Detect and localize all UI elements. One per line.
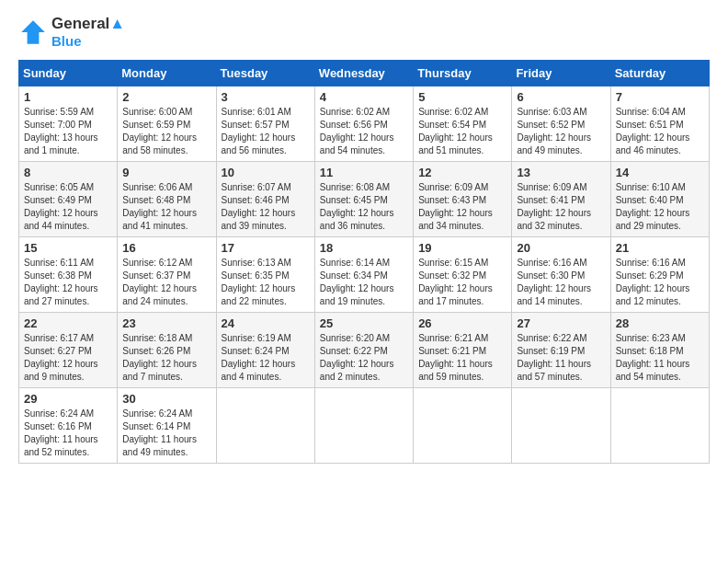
day-info: Sunrise: 6:10 AM Sunset: 6:40 PM Dayligh… <box>616 181 704 233</box>
day-info: Sunrise: 5:59 AM Sunset: 7:00 PM Dayligh… <box>24 106 112 157</box>
day-info: Sunrise: 6:21 AM Sunset: 6:21 PM Dayligh… <box>418 332 506 384</box>
calendar-body: 1Sunrise: 5:59 AM Sunset: 7:00 PM Daylig… <box>19 86 710 464</box>
header-cell-saturday: Saturday <box>610 61 709 86</box>
calendar-cell: 21Sunrise: 6:16 AM Sunset: 6:29 PM Dayli… <box>610 237 709 313</box>
day-info: Sunrise: 6:02 AM Sunset: 6:56 PM Dayligh… <box>320 106 408 157</box>
calendar-cell <box>512 388 610 464</box>
day-info: Sunrise: 6:24 AM Sunset: 6:14 PM Dayligh… <box>122 408 210 459</box>
calendar-cell: 11Sunrise: 6:08 AM Sunset: 6:45 PM Dayli… <box>314 162 413 237</box>
header-cell-sunday: Sunday <box>19 61 118 86</box>
day-info: Sunrise: 6:03 AM Sunset: 6:52 PM Dayligh… <box>517 106 605 157</box>
day-number: 30 <box>122 392 210 406</box>
header-cell-wednesday: Wednesday <box>314 61 413 86</box>
day-info: Sunrise: 6:09 AM Sunset: 6:43 PM Dayligh… <box>418 181 506 233</box>
calendar-cell <box>610 388 709 464</box>
day-number: 20 <box>517 241 605 255</box>
svg-marker-0 <box>21 20 45 44</box>
day-number: 23 <box>122 316 210 330</box>
header: General▲ Blue <box>18 15 710 49</box>
day-info: Sunrise: 6:20 AM Sunset: 6:22 PM Dayligh… <box>320 332 408 384</box>
calendar-cell <box>414 388 512 464</box>
logo: General▲ Blue <box>18 15 125 49</box>
calendar-cell: 16Sunrise: 6:12 AM Sunset: 6:37 PM Dayli… <box>118 237 216 313</box>
day-number: 4 <box>320 90 408 104</box>
day-info: Sunrise: 6:24 AM Sunset: 6:16 PM Dayligh… <box>24 408 112 459</box>
day-info: Sunrise: 6:02 AM Sunset: 6:54 PM Dayligh… <box>418 106 506 157</box>
day-number: 16 <box>122 241 210 255</box>
day-number: 12 <box>418 166 506 179</box>
page: General▲ Blue SundayMondayTuesdayWednesd… <box>0 0 728 478</box>
calendar-cell: 1Sunrise: 5:59 AM Sunset: 7:00 PM Daylig… <box>19 86 118 162</box>
calendar-cell: 5Sunrise: 6:02 AM Sunset: 6:54 PM Daylig… <box>414 86 512 162</box>
calendar-table: SundayMondayTuesdayWednesdayThursdayFrid… <box>18 60 710 464</box>
day-info: Sunrise: 6:16 AM Sunset: 6:30 PM Dayligh… <box>517 257 605 308</box>
calendar-cell: 6Sunrise: 6:03 AM Sunset: 6:52 PM Daylig… <box>512 86 610 162</box>
calendar-cell: 18Sunrise: 6:14 AM Sunset: 6:34 PM Dayli… <box>314 237 413 313</box>
day-number: 14 <box>616 166 704 179</box>
day-info: Sunrise: 6:13 AM Sunset: 6:35 PM Dayligh… <box>222 257 310 308</box>
calendar-cell: 14Sunrise: 6:10 AM Sunset: 6:40 PM Dayli… <box>610 162 709 237</box>
day-number: 27 <box>517 316 605 330</box>
day-number: 1 <box>24 90 112 104</box>
calendar-cell: 10Sunrise: 6:07 AM Sunset: 6:46 PM Dayli… <box>216 162 314 237</box>
calendar-cell: 24Sunrise: 6:19 AM Sunset: 6:24 PM Dayli… <box>216 313 314 388</box>
header-cell-friday: Friday <box>512 61 610 86</box>
day-info: Sunrise: 6:05 AM Sunset: 6:49 PM Dayligh… <box>24 181 112 233</box>
calendar-header: SundayMondayTuesdayWednesdayThursdayFrid… <box>19 61 710 86</box>
calendar-cell: 25Sunrise: 6:20 AM Sunset: 6:22 PM Dayli… <box>314 313 413 388</box>
day-info: Sunrise: 6:04 AM Sunset: 6:51 PM Dayligh… <box>616 106 704 157</box>
calendar-week-4: 22Sunrise: 6:17 AM Sunset: 6:27 PM Dayli… <box>19 313 710 388</box>
header-cell-monday: Monday <box>118 61 216 86</box>
logo-text: General▲ Blue <box>51 15 125 49</box>
header-cell-tuesday: Tuesday <box>216 61 314 86</box>
calendar-cell: 12Sunrise: 6:09 AM Sunset: 6:43 PM Dayli… <box>414 162 512 237</box>
calendar-cell: 17Sunrise: 6:13 AM Sunset: 6:35 PM Dayli… <box>216 237 314 313</box>
day-info: Sunrise: 6:14 AM Sunset: 6:34 PM Dayligh… <box>320 257 408 308</box>
logo-icon <box>18 17 48 47</box>
day-info: Sunrise: 6:12 AM Sunset: 6:37 PM Dayligh… <box>122 257 210 308</box>
calendar-week-5: 29Sunrise: 6:24 AM Sunset: 6:16 PM Dayli… <box>19 388 710 464</box>
calendar-cell: 27Sunrise: 6:22 AM Sunset: 6:19 PM Dayli… <box>512 313 610 388</box>
day-number: 25 <box>320 316 408 330</box>
day-number: 3 <box>222 90 310 104</box>
day-info: Sunrise: 6:08 AM Sunset: 6:45 PM Dayligh… <box>320 181 408 233</box>
calendar-cell: 20Sunrise: 6:16 AM Sunset: 6:30 PM Dayli… <box>512 237 610 313</box>
day-number: 5 <box>418 90 506 104</box>
day-number: 11 <box>320 166 408 179</box>
day-info: Sunrise: 6:00 AM Sunset: 6:59 PM Dayligh… <box>122 106 210 157</box>
day-number: 9 <box>122 166 210 179</box>
day-number: 22 <box>24 316 112 330</box>
day-number: 26 <box>418 316 506 330</box>
day-info: Sunrise: 6:11 AM Sunset: 6:38 PM Dayligh… <box>24 257 112 308</box>
day-info: Sunrise: 6:17 AM Sunset: 6:27 PM Dayligh… <box>24 332 112 384</box>
day-number: 24 <box>222 316 310 330</box>
day-info: Sunrise: 6:01 AM Sunset: 6:57 PM Dayligh… <box>222 106 310 157</box>
day-number: 6 <box>517 90 605 104</box>
calendar-cell: 23Sunrise: 6:18 AM Sunset: 6:26 PM Dayli… <box>118 313 216 388</box>
day-info: Sunrise: 6:18 AM Sunset: 6:26 PM Dayligh… <box>122 332 210 384</box>
day-info: Sunrise: 6:23 AM Sunset: 6:18 PM Dayligh… <box>616 332 704 384</box>
calendar-cell: 4Sunrise: 6:02 AM Sunset: 6:56 PM Daylig… <box>314 86 413 162</box>
day-number: 21 <box>616 241 704 255</box>
calendar-cell: 7Sunrise: 6:04 AM Sunset: 6:51 PM Daylig… <box>610 86 709 162</box>
day-info: Sunrise: 6:22 AM Sunset: 6:19 PM Dayligh… <box>517 332 605 384</box>
day-info: Sunrise: 6:06 AM Sunset: 6:48 PM Dayligh… <box>122 181 210 233</box>
calendar-cell: 8Sunrise: 6:05 AM Sunset: 6:49 PM Daylig… <box>19 162 118 237</box>
day-number: 29 <box>24 392 112 406</box>
calendar-week-1: 1Sunrise: 5:59 AM Sunset: 7:00 PM Daylig… <box>19 86 710 162</box>
calendar-cell <box>314 388 413 464</box>
day-info: Sunrise: 6:19 AM Sunset: 6:24 PM Dayligh… <box>222 332 310 384</box>
calendar-cell <box>216 388 314 464</box>
calendar-cell: 22Sunrise: 6:17 AM Sunset: 6:27 PM Dayli… <box>19 313 118 388</box>
calendar-cell: 9Sunrise: 6:06 AM Sunset: 6:48 PM Daylig… <box>118 162 216 237</box>
day-number: 8 <box>24 166 112 179</box>
day-number: 13 <box>517 166 605 179</box>
calendar-cell: 3Sunrise: 6:01 AM Sunset: 6:57 PM Daylig… <box>216 86 314 162</box>
day-number: 2 <box>122 90 210 104</box>
day-number: 7 <box>616 90 704 104</box>
day-info: Sunrise: 6:16 AM Sunset: 6:29 PM Dayligh… <box>616 257 704 308</box>
calendar-cell: 2Sunrise: 6:00 AM Sunset: 6:59 PM Daylig… <box>118 86 216 162</box>
calendar-cell: 30Sunrise: 6:24 AM Sunset: 6:14 PM Dayli… <box>118 388 216 464</box>
header-cell-thursday: Thursday <box>414 61 512 86</box>
day-info: Sunrise: 6:15 AM Sunset: 6:32 PM Dayligh… <box>418 257 506 308</box>
